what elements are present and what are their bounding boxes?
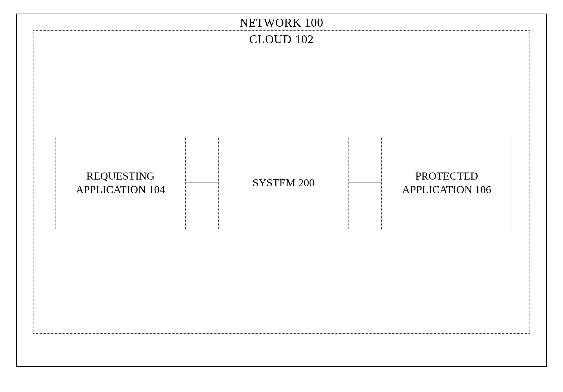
cloud-box: CLOUD 102 REQUESTING APPLICATION 104 SYS… [33,30,530,334]
network-title: NETWORK 100 [17,16,546,30]
requesting-application-label-line2: APPLICATION 104 [76,183,165,196]
connector-right [349,183,381,183]
system-label: SYSTEM 200 [253,176,315,190]
protected-application-label-line2: APPLICATION 106 [402,183,491,196]
diagram-canvas: NETWORK 100 CLOUD 102 REQUESTING APPLICA… [0,0,563,392]
requesting-application-box: REQUESTING APPLICATION 104 [55,137,186,229]
network-box: NETWORK 100 CLOUD 102 REQUESTING APPLICA… [16,14,547,367]
protected-application-label-line1: PROTECTED [415,169,478,183]
system-box: SYSTEM 200 [218,137,349,229]
protected-application-box: PROTECTED APPLICATION 106 [381,137,512,229]
cloud-title: CLOUD 102 [33,32,530,46]
connector-left [186,183,218,183]
requesting-application-label-line1: REQUESTING [86,169,154,183]
